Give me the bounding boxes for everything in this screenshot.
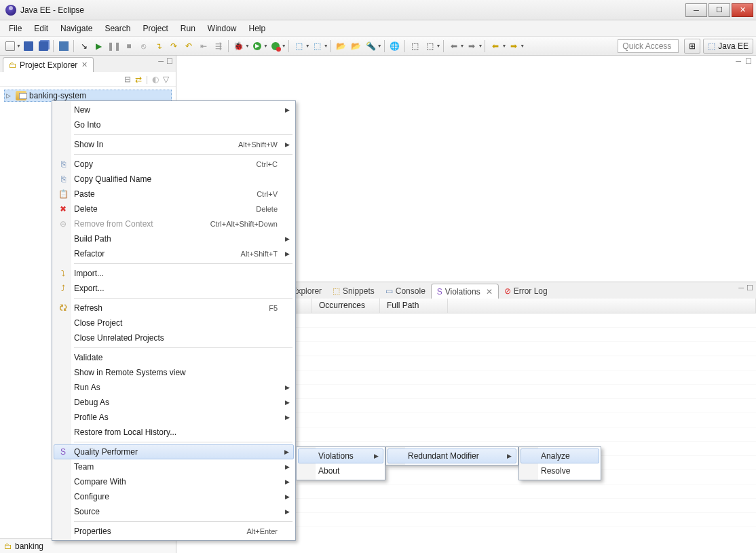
ctx-show-remote-systems[interactable]: Show in Remote Systems view xyxy=(54,365,294,380)
menu-file[interactable]: File xyxy=(3,22,28,35)
expand-icon[interactable]: ▷ xyxy=(6,92,13,99)
minimize-view-icon[interactable]: ─ xyxy=(158,57,164,66)
ctx-violations[interactable]: Violations▶ xyxy=(298,449,383,463)
ctx-build-path[interactable]: Build Path▶ xyxy=(54,231,294,246)
ctx-delete[interactable]: ✖DeleteDelete xyxy=(54,202,294,216)
collapse-all-icon[interactable]: ⊟ xyxy=(124,75,131,84)
xml-button[interactable]: ⬚ xyxy=(423,39,438,54)
resume-button[interactable]: ▶ xyxy=(92,39,107,54)
step-over-button[interactable]: ↷ xyxy=(166,39,181,54)
errorlog-icon: ⊘ xyxy=(504,286,511,296)
menu-project[interactable]: Project xyxy=(136,22,174,35)
project-explorer-tab[interactable]: 🗀 Project Explorer ✕ xyxy=(3,57,94,72)
paste-icon: 📋 xyxy=(56,189,70,199)
step-filters-button[interactable]: ⇶ xyxy=(211,39,226,54)
new-ws-button[interactable]: ⬚ xyxy=(310,39,325,54)
maximize-editor-icon[interactable]: ☐ xyxy=(745,57,752,66)
maximize-view-icon[interactable]: ☐ xyxy=(746,284,753,292)
ctx-remove-from-context: ⊖Remove from ContextCtrl+Alt+Shift+Down xyxy=(54,216,294,231)
terminate-button[interactable]: ■ xyxy=(121,39,136,54)
menu-navigate[interactable]: Navigate xyxy=(54,22,98,35)
ctx-run-as[interactable]: Run As▶ xyxy=(54,380,294,395)
ctx-configure[interactable]: Configure▶ xyxy=(54,489,294,504)
menu-search[interactable]: Search xyxy=(98,22,136,35)
ctx-compare-with[interactable]: Compare With▶ xyxy=(54,474,294,489)
minimize-editor-icon[interactable]: ─ xyxy=(736,57,741,66)
ctx-resolve[interactable]: Resolve xyxy=(521,463,599,478)
save-all-button[interactable] xyxy=(36,39,51,54)
ctx-redundant-modifier[interactable]: Redundant Modifier▶ xyxy=(388,449,516,463)
open-task-button[interactable]: 📂 xyxy=(349,39,364,54)
new-server-button[interactable]: ⬚ xyxy=(292,39,307,54)
delete-icon: ✖ xyxy=(56,204,70,214)
forward-button[interactable]: ➡ xyxy=(506,39,521,54)
step-into-button[interactable]: ↴ xyxy=(151,39,166,54)
ctx-debug-as[interactable]: Debug As▶ xyxy=(54,395,294,410)
menu-help[interactable]: Help xyxy=(243,22,272,35)
tab-snippets[interactable]: ⬚Snippets xyxy=(327,284,380,299)
tab-error-log[interactable]: ⊘Error Log xyxy=(499,284,553,299)
close-button[interactable]: ✕ xyxy=(732,3,753,17)
folder-icon: 🗀 xyxy=(9,60,17,70)
tree-item-label: banking-system xyxy=(29,91,86,100)
disconnect-button[interactable]: ⎋ xyxy=(136,39,151,54)
ctx-refresh[interactable]: 🗘RefreshF5 xyxy=(54,301,294,316)
ctx-team[interactable]: Team▶ xyxy=(54,459,294,474)
quick-access-input[interactable]: Quick Access xyxy=(618,39,679,53)
run-last-button[interactable] xyxy=(268,39,283,54)
previous-annotation-button[interactable]: ⬅ xyxy=(447,39,461,54)
ctx-quality-performer[interactable]: ЅQuality Performer▶ xyxy=(54,444,294,459)
open-perspective-button[interactable]: ⊞ xyxy=(684,39,700,54)
ctx-properties[interactable]: PropertiesAlt+Enter xyxy=(54,524,294,539)
menu-run[interactable]: Run xyxy=(174,22,202,35)
tab-violations[interactable]: ЅViolations✕ xyxy=(431,284,499,299)
save-button[interactable] xyxy=(21,39,36,54)
ctx-go-into[interactable]: Go Into xyxy=(54,117,294,132)
run-button[interactable]: ▶ xyxy=(250,39,265,54)
col-occurrences[interactable]: Occurrences xyxy=(312,299,380,313)
view-menu-icon[interactable]: ▽ xyxy=(163,75,169,84)
ctx-import[interactable]: ⤵Import... xyxy=(54,266,294,281)
ctx-about[interactable]: About xyxy=(298,463,383,478)
ctx-export[interactable]: ⤴Export... xyxy=(54,281,294,296)
perspective-javaee[interactable]: ⬚Java EE xyxy=(703,39,753,54)
ctx-close-project[interactable]: Close Project xyxy=(54,316,294,330)
search-button[interactable]: 🔦 xyxy=(364,39,379,54)
ctx-analyze[interactable]: Analyze xyxy=(521,449,599,463)
ctx-new[interactable]: New▶ xyxy=(54,102,294,117)
jpa-button[interactable]: ⬚ xyxy=(408,39,423,54)
col-fullpath[interactable]: Full Path xyxy=(380,299,448,313)
skip-breakpoints-button[interactable]: ↘ xyxy=(77,39,92,54)
next-annotation-button[interactable]: ➡ xyxy=(464,39,479,54)
maximize-button[interactable]: ☐ xyxy=(708,3,730,17)
suspend-button[interactable]: ❚❚ xyxy=(107,39,121,54)
debug-button[interactable]: 🐞 xyxy=(231,39,246,54)
back-button[interactable]: ⬅ xyxy=(488,39,503,54)
link-editor-icon[interactable]: ⇄ xyxy=(135,75,142,84)
ctx-copy-qualified-name[interactable]: ⎘Copy Qualified Name xyxy=(54,172,294,187)
drop-frame-button[interactable]: ⇤ xyxy=(196,39,211,54)
ctx-show-in[interactable]: Show InAlt+Shift+W▶ xyxy=(54,137,294,152)
open-type-button[interactable]: 📂 xyxy=(334,39,349,54)
minimize-button[interactable]: ─ xyxy=(685,3,707,17)
ctx-paste[interactable]: 📋PasteCtrl+V xyxy=(54,187,294,202)
close-tab-icon[interactable]: ✕ xyxy=(81,60,88,69)
ctx-copy[interactable]: ⎘CopyCtrl+C xyxy=(54,157,294,172)
maximize-view-icon[interactable]: ☐ xyxy=(166,57,173,66)
new-button[interactable] xyxy=(3,39,18,54)
close-tab-icon[interactable]: ✕ xyxy=(486,287,493,297)
ctx-restore-history[interactable]: Restore from Local History... xyxy=(54,425,294,440)
focus-task-icon[interactable]: ◐ xyxy=(152,75,159,84)
ctx-validate[interactable]: Validate xyxy=(54,350,294,365)
minimize-view-icon[interactable]: ─ xyxy=(738,284,744,292)
web-browser-button[interactable]: 🌐 xyxy=(388,39,402,54)
ctx-refactor[interactable]: RefactorAlt+Shift+T▶ xyxy=(54,246,294,261)
toggle-breadcrumb-button[interactable] xyxy=(56,39,71,54)
ctx-profile-as[interactable]: Profile As▶ xyxy=(54,410,294,425)
menu-edit[interactable]: Edit xyxy=(28,22,54,35)
ctx-close-unrelated[interactable]: Close Unrelated Projects xyxy=(54,330,294,345)
step-return-button[interactable]: ↶ xyxy=(181,39,196,54)
tab-console[interactable]: ▭Console xyxy=(380,284,431,299)
menu-window[interactable]: Window xyxy=(202,22,243,35)
ctx-source[interactable]: Source▶ xyxy=(54,504,294,519)
